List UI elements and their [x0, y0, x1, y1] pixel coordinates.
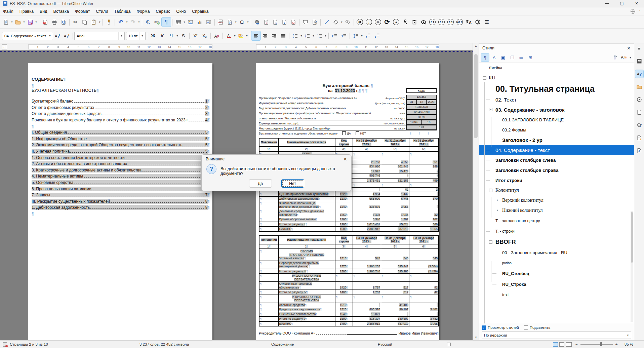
accessibility-check-icon[interactable] — [635, 147, 643, 155]
menu-сервис[interactable]: Сервис — [153, 8, 173, 15]
highlight-checkbox[interactable]: Подсветить — [524, 325, 551, 330]
bullet-list-icon[interactable] — [291, 31, 300, 40]
toc-entry[interactable]: III. Раскрытие существенных показателей8 — [32, 199, 208, 204]
bookmark-icon[interactable] — [280, 17, 289, 27]
basic-shapes-icon-dropdown[interactable]: ▼ — [340, 17, 343, 27]
track-changes-icon[interactable] — [310, 17, 319, 27]
menu-вставка[interactable]: Вставка — [50, 8, 72, 15]
numbered-list-icon[interactable]: 123 — [303, 31, 312, 40]
align-center-icon[interactable] — [260, 31, 270, 40]
minimize-button[interactable]: — — [600, 0, 614, 7]
book-view-icon[interactable] — [566, 342, 572, 347]
open-icon-dropdown[interactable]: ▼ — [23, 17, 26, 27]
style-update-icon[interactable]: A — [53, 31, 62, 40]
macro-hide-icon[interactable] — [419, 17, 428, 27]
find-replace-icon[interactable]: a — [144, 17, 153, 27]
menu-форма[interactable]: Форма — [134, 8, 153, 15]
text-language[interactable]: Русский — [378, 342, 392, 346]
expand-icon[interactable]: + — [496, 209, 499, 212]
decrease-indent-icon[interactable] — [339, 31, 348, 40]
macro-refresh-icon[interactable]: ⟳ — [383, 17, 392, 27]
sidebar-menu-icon[interactable]: ≡ — [635, 44, 643, 52]
character-styles-icon[interactable]: A — [490, 53, 498, 62]
paste-icon[interactable] — [89, 17, 98, 27]
zoom-in-icon[interactable]: + — [615, 342, 618, 346]
collapse-icon[interactable]: − — [489, 240, 492, 244]
insert-field-icon-dropdown[interactable]: ▼ — [234, 17, 237, 27]
paste-icon-dropdown[interactable]: ▼ — [98, 17, 101, 27]
toc-entry[interactable]: 3. Краткосрочные и долгосрочные активы и… — [32, 168, 208, 172]
clone-formatting-icon[interactable] — [104, 17, 113, 27]
style-item-bbofr[interactable]: BBOFR− — [479, 236, 634, 247]
outline-list-icon[interactable] — [315, 31, 324, 40]
menu-формат[interactable]: Формат — [72, 8, 93, 15]
scrollbar-thumb[interactable] — [474, 54, 478, 138]
zoom-out-icon[interactable]: − — [575, 342, 578, 346]
undo-icon-dropdown[interactable]: ▼ — [125, 17, 128, 27]
menu-окно[interactable]: Окно — [173, 8, 189, 15]
style-item-ru[interactable]: RU− — [479, 73, 634, 83]
collapse-icon[interactable]: − — [489, 108, 492, 111]
style-item-podbb[interactable]: podbb — [479, 258, 634, 268]
style-item-колонтитул[interactable]: Колонтитул− — [479, 185, 634, 195]
new-style-dropdown[interactable]: ▼ — [629, 53, 632, 62]
comment-icon[interactable] — [301, 17, 310, 27]
collapse-icon[interactable]: − — [483, 76, 486, 80]
style-item-03-содержание-заголовок[interactable]: 03. Содержание - заголовок− — [479, 105, 634, 115]
tab-stop-selector[interactable]: ⌐ — [2, 44, 7, 49]
style-item-ru-строка[interactable]: RU_Строка — [479, 279, 634, 289]
toc-entry[interactable]: 6. Права пользования активами7 — [32, 187, 208, 191]
outline-list-icon-dropdown[interactable]: ▼ — [324, 31, 327, 40]
menu-вид[interactable]: Вид — [37, 8, 50, 15]
sidebar-settings-icon[interactable] — [635, 57, 643, 65]
menu-правка[interactable]: Правка — [16, 8, 37, 15]
scroll-down-icon[interactable]: ▼ — [473, 335, 479, 340]
space-para-increase-icon[interactable] — [363, 31, 372, 40]
page-style[interactable]: Содержание — [271, 342, 294, 346]
page-count[interactable]: Страницы 2 и 3 из 10 — [10, 342, 48, 346]
horizontal-ruler[interactable]: ⌐ 123456789101112131415161718 1234567891… — [0, 43, 473, 50]
paragraph-styles-icon[interactable]: ¶ — [481, 53, 489, 62]
list-styles-icon[interactable]: ≔ — [517, 53, 525, 62]
macro-download-icon[interactable]: ↓ — [364, 17, 373, 27]
new-document-icon[interactable] — [1, 17, 10, 27]
yes-button[interactable]: Да — [249, 179, 272, 188]
menu-стили[interactable]: Стили — [93, 8, 111, 15]
italic-icon[interactable]: К — [158, 31, 167, 40]
font-size-combo[interactable]: 10 пт▼ — [126, 32, 146, 40]
numbered-list-icon-dropdown[interactable]: ▼ — [312, 31, 315, 40]
spelling-icon[interactable]: abc — [153, 17, 162, 27]
selection-mode-icon[interactable] — [447, 343, 451, 346]
zoom-slider[interactable] — [580, 344, 613, 345]
insert-image-icon[interactable] — [186, 17, 195, 27]
vertical-scrollbar[interactable]: ▲ ▼ — [473, 43, 479, 340]
footnote-icon[interactable]: 1 — [261, 17, 271, 27]
style-item-04-содержание-текст[interactable]: 04. Содержание - текст — [479, 145, 634, 155]
superscript-icon[interactable]: X² — [191, 31, 200, 40]
macro-l2-icon[interactable]: L2 — [437, 17, 446, 27]
liabilities-table[interactable]: ПоясненияНаименование показателяКод стро… — [259, 235, 439, 327]
style-item-ячейка[interactable]: Ячейка — [479, 63, 634, 73]
cross-reference-icon[interactable] — [289, 17, 298, 27]
style-item-ru-столбец[interactable]: RU_Столбец — [479, 268, 634, 279]
preview-styles-checkbox[interactable]: ✓Просмотр стилей — [482, 325, 519, 330]
open-icon[interactable] — [13, 17, 23, 27]
insert-chart-icon[interactable] — [195, 17, 204, 27]
new-document-icon-dropdown[interactable]: ▼ — [10, 17, 13, 27]
save-icon-dropdown[interactable]: ▼ — [35, 17, 38, 27]
print-icon[interactable] — [50, 17, 59, 27]
special-character-icon-dropdown[interactable]: ▼ — [246, 17, 249, 27]
redo-icon[interactable]: ↷ — [128, 17, 137, 27]
style-item-03-1-заголовок-в-таблице[interactable]: 03.1 ЗАГОЛОВОК В ТАБЛИЦЕ — [479, 115, 634, 125]
style-item-00-титульная-страница[interactable]: 00. Титульная страница — [479, 83, 634, 94]
scroll-up-icon[interactable]: ▲ — [473, 43, 479, 49]
font-name-combo[interactable]: Arial▼ — [74, 32, 125, 40]
no-button[interactable]: Нет — [281, 179, 304, 188]
table-styles-icon[interactable]: ⊞ — [526, 53, 534, 62]
highlight-color-icon-dropdown[interactable]: ▼ — [245, 31, 248, 40]
page-2-toc[interactable]: СОДЕРЖАНИЕ¶ ¶ БУХГАЛТЕРСКАЯ ОТЧЕТНОСТЬ¶ … — [28, 63, 212, 340]
bullet-list-icon-dropdown[interactable]: ▼ — [300, 31, 303, 40]
maximize-button[interactable]: ▢ — [614, 0, 629, 7]
style-item-заголовок-2-ур[interactable]: Заголовок - 2 ур — [479, 135, 634, 145]
paragraph-style-combo[interactable]: 04. Содержание - текст ▼ — [2, 32, 53, 40]
